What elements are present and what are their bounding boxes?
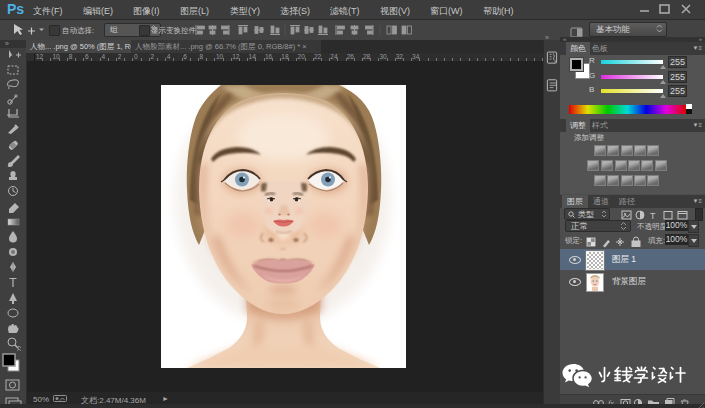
svg-text:类型: 类型	[578, 210, 594, 219]
svg-text:T: T	[9, 276, 17, 290]
svg-text:T: T	[650, 211, 656, 221]
